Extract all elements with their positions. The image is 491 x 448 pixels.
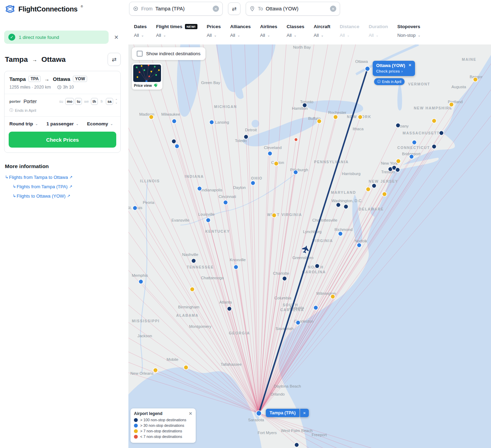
airport-dot[interactable]: [206, 218, 211, 223]
airport-dot[interactable]: [149, 115, 154, 119]
filter-stopovers[interactable]: StopoversNon-stop⌄: [397, 24, 421, 44]
more-info-link[interactable]: ↳Flights to Ottawa (YOW)↗: [12, 193, 70, 199]
airport-dot[interactable]: [336, 203, 341, 207]
filter-flight-times[interactable]: Flight timesNEW!All⌄: [156, 24, 197, 44]
origin-marker-label[interactable]: Tampa (TPA) ✕: [266, 409, 309, 417]
airport-dot[interactable]: [190, 287, 195, 292]
clear-to-icon[interactable]: ✕: [330, 6, 336, 12]
price-view-button[interactable]: Price view: [132, 63, 162, 90]
airport-dot[interactable]: [139, 280, 143, 284]
flightconnections-globe-icon: [5, 4, 15, 14]
airport-dot[interactable]: [372, 184, 376, 188]
airport-dot[interactable]: [251, 181, 255, 185]
close-icon[interactable]: ✕: [300, 409, 308, 417]
clear-from-icon[interactable]: ✕: [213, 6, 219, 12]
airport-dot[interactable]: [172, 139, 176, 144]
airport-dot[interactable]: [294, 138, 298, 141]
origin-dot[interactable]: [256, 411, 262, 416]
close-icon[interactable]: ✕: [189, 411, 192, 416]
airline-scroll-icon[interactable]: ⌃ ⌄: [115, 99, 118, 103]
airport-dot[interactable]: [282, 276, 287, 281]
filter-classes[interactable]: ClassesAll⌄: [287, 24, 304, 44]
filter-alliances[interactable]: AlliancesAll⌄: [230, 24, 251, 44]
airport-dot[interactable]: [473, 77, 478, 82]
show-indirect-toggle[interactable]: Show indirect destinations: [132, 47, 205, 60]
banner-close-icon[interactable]: ✕: [111, 33, 121, 42]
destination-tooltip[interactable]: Ottawa (YOW) ✕ Check prices ›: [373, 61, 415, 76]
airport-dot[interactable]: [227, 307, 232, 311]
airport-dot[interactable]: [303, 103, 307, 108]
filter-aircraft[interactable]: AircraftAll⌄: [314, 24, 330, 44]
brand-logo[interactable]: FlightConnections ®: [0, 4, 83, 14]
airport-dot[interactable]: [333, 115, 338, 119]
airport-dot[interactable]: [272, 213, 277, 218]
brand-name: FlightConnections: [18, 5, 77, 13]
route-map[interactable]: MICHIGANNEW YORKPENNSYLVANIAOHIOINDIANAI…: [128, 44, 491, 448]
airport-dot[interactable]: [234, 265, 238, 269]
airport-dot[interactable]: [175, 144, 179, 149]
route-duration: 3h 10: [57, 85, 74, 90]
airport-dot[interactable]: [357, 243, 362, 248]
airline-row[interactable]: porter Porter sumotuwethfrsa ⌃ ⌄: [5, 94, 120, 106]
filter-airlines[interactable]: AirlinesAll⌄: [260, 24, 278, 44]
airport-dot[interactable]: [184, 365, 188, 370]
airport-dot[interactable]: [449, 102, 454, 107]
check-prices-button[interactable]: Check Prices: [9, 132, 116, 148]
airport-dot[interactable]: [331, 294, 335, 299]
airport-dot[interactable]: [172, 119, 177, 124]
filter-duration[interactable]: DurationAll⌄: [369, 24, 388, 44]
from-field[interactable]: From Tampa (TPA) ✕: [129, 2, 223, 16]
legend-items: > 100 non-stop destinations> 30 non-stop…: [134, 418, 192, 439]
swap-route-button[interactable]: ⇄: [228, 2, 240, 15]
filter-dates[interactable]: DatesAll⌄: [134, 24, 147, 44]
page-title: Tampa → Ottawa: [5, 55, 66, 64]
banner-text: 1 direct route found: [19, 35, 59, 40]
info-icon: ⓘ: [377, 79, 381, 84]
filter-prices[interactable]: PricesAll⌄: [207, 24, 221, 44]
airport-dot[interactable]: [382, 192, 387, 197]
cabin-class-select[interactable]: Economy ⌄: [87, 121, 113, 126]
airport-dot[interactable]: [344, 205, 348, 209]
airport-dot[interactable]: [296, 321, 300, 325]
airport-dot[interactable]: [432, 119, 437, 123]
airport-dot[interactable]: [244, 135, 248, 139]
to-field[interactable]: To Ottawa (YOW) ✕: [246, 2, 340, 16]
destination-dot[interactable]: [365, 66, 370, 71]
airport-dot[interactable]: [432, 144, 437, 149]
clock-icon: [57, 85, 61, 89]
airport-dot[interactable]: [294, 170, 298, 175]
airport-dot[interactable]: [314, 306, 318, 310]
airport-dot[interactable]: [197, 186, 202, 191]
airport-dot[interactable]: [396, 168, 400, 172]
info-icon: ⓘ: [9, 108, 13, 113]
airport-dot[interactable]: [274, 161, 279, 166]
airport-dot[interactable]: [192, 259, 196, 263]
airport-dot[interactable]: [153, 368, 158, 373]
airport-dot[interactable]: [133, 206, 137, 210]
airport-dot[interactable]: [295, 443, 299, 447]
airport-dot[interactable]: [358, 115, 363, 119]
airport-dot[interactable]: [409, 155, 414, 159]
airport-dot[interactable]: [338, 232, 343, 236]
more-info-link[interactable]: ↳Flights from Tampa to Ottawa↗: [5, 175, 73, 180]
airport-dot[interactable]: [366, 187, 371, 192]
passengers-select[interactable]: 1 passenger ⌄: [46, 121, 79, 126]
airport-dot[interactable]: [412, 140, 417, 145]
tooltip-check-prices[interactable]: Check prices ›: [376, 69, 412, 73]
chevron-right-icon: ›: [401, 69, 403, 73]
airport-dot[interactable]: [396, 123, 400, 128]
indirect-checkbox[interactable]: [137, 51, 143, 57]
airport-dot[interactable]: [315, 264, 320, 268]
airport-dot[interactable]: [396, 159, 401, 164]
airport-dot[interactable]: [317, 119, 322, 124]
close-icon[interactable]: ✕: [408, 63, 411, 67]
swap-title-button[interactable]: ⇄: [108, 53, 121, 66]
filter-distance[interactable]: DistanceAll⌄: [340, 24, 359, 44]
airport-dot[interactable]: [223, 200, 228, 205]
trip-type-select[interactable]: Round trip ⌄: [9, 121, 38, 126]
more-info-link[interactable]: ↳Flights from Tampa (TPA)↗: [12, 184, 72, 189]
airport-dot[interactable]: [439, 131, 444, 135]
airport-dot[interactable]: [210, 120, 214, 125]
airport-dot[interactable]: [268, 151, 272, 156]
legend-item: > 7 non-stop destinations: [134, 429, 192, 433]
